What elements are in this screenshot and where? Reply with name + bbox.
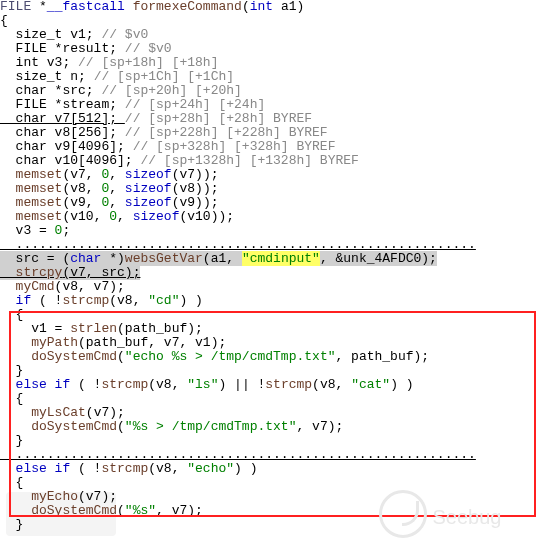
decl-6: FILE *stream; // [sp+24h] [+24h] (0, 98, 540, 112)
dots-line-2: ........................................… (0, 448, 540, 462)
elseif-ls-cat: else if ( !strcmp(v8, "ls") || !strcmp(v… (0, 378, 540, 392)
myecho-line: myEcho(v7); (0, 490, 540, 504)
dosystem-2: doSystemCmd("%s > /tmp/cmdTmp.txt", v7); (0, 420, 540, 434)
brace-open-3: { (0, 392, 540, 406)
dots-line: ........................................… (0, 238, 540, 252)
decl-5: char *src; // [sp+20h] [+20h] (0, 84, 540, 98)
memset-3: memset(v9, 0, sizeof(v9)); (0, 196, 540, 210)
brace-open: { (0, 14, 540, 28)
brace-close-1: } (0, 364, 540, 378)
decl-7: char v7[512]; // [sp+28h] [+28h] BYREF (0, 112, 540, 126)
strcpy-line: strcpy(v7, src); (0, 266, 540, 280)
elseif-echo: else if ( !strcmp(v8, "echo") ) (0, 462, 540, 476)
brace-close-2: } (0, 434, 540, 448)
signature-line: FILE *__fastcall formexeCommand(int a1) (0, 0, 540, 14)
brace-open-2: { (0, 308, 540, 322)
memset-4: memset(v10, 0, sizeof(v10)); (0, 210, 540, 224)
dosystem-3: doSystemCmd("%s", v7); (0, 504, 540, 518)
mylscat-line: myLsCat(v7); (0, 406, 540, 420)
v1-strlen: v1 = strlen(path_buf); (0, 322, 540, 336)
decl-4: size_t n; // [sp+1Ch] [+1Ch] (0, 70, 540, 84)
decl-8: char v8[256]; // [sp+228h] [+228h] BYREF (0, 126, 540, 140)
dosystem-1: doSystemCmd("echo %s > /tmp/cmdTmp.txt",… (0, 350, 540, 364)
code-block: FILE *__fastcall formexeCommand(int a1) … (0, 0, 540, 532)
v3-assign: v3 = 0; (0, 224, 540, 238)
decl-1: size_t v1; // $v0 (0, 28, 540, 42)
decl-2: FILE *result; // $v0 (0, 42, 540, 56)
brace-open-4: { (0, 476, 540, 490)
mycmd-line: myCmd(v8, v7); (0, 280, 540, 294)
decl-3: int v3; // [sp+18h] [+18h] (0, 56, 540, 70)
src-assign: src = (char *)websGetVar(a1, "cmdinput",… (0, 252, 540, 266)
memset-1: memset(v7, 0, sizeof(v7)); (0, 168, 540, 182)
decl-10: char v10[4096]; // [sp+1328h] [+1328h] B… (0, 154, 540, 168)
mypath-line: myPath(path_buf, v7, v1); (0, 336, 540, 350)
if-cd: if ( !strcmp(v8, "cd") ) (0, 294, 540, 308)
brace-close-3: } (0, 518, 540, 532)
decl-9: char v9[4096]; // [sp+328h] [+328h] BYRE… (0, 140, 540, 154)
memset-2: memset(v8, 0, sizeof(v8)); (0, 182, 540, 196)
